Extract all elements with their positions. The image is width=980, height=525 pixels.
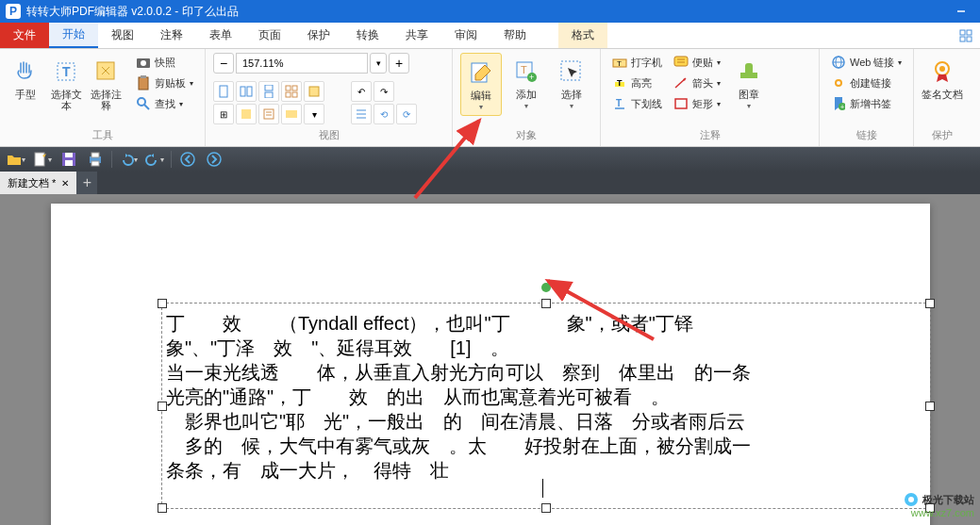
file-menu[interactable]: 文件 <box>0 23 49 48</box>
svg-rect-20 <box>292 86 297 90</box>
select-text-button[interactable]: T 选择文本 <box>48 53 85 111</box>
titlebar: P 转转大师PDF编辑器 v2.0.0.2 - 印了么出品 <box>0 0 980 23</box>
clipboard-button[interactable]: 剪贴板▾ <box>132 74 197 92</box>
resize-handle-n[interactable] <box>541 299 551 308</box>
canvas-area[interactable]: 丁 效 （Tyndall effect），也叫"丁 象"，或者"丁铎 象"、"丁… <box>0 194 980 525</box>
print-button[interactable] <box>85 150 106 169</box>
undo-button[interactable]: ▾ <box>118 150 139 169</box>
svg-rect-24 <box>241 109 251 119</box>
svg-rect-19 <box>286 86 291 90</box>
close-tab-icon[interactable]: ✕ <box>61 178 69 189</box>
underline-button[interactable]: T下划线 <box>608 94 666 113</box>
text-line: 条条，有 成一大片， 得特 壮 <box>166 458 926 483</box>
ribbon: 手型 T 选择文本 选择注释 快照 剪贴板▾ <box>0 49 980 147</box>
view-icon-5[interactable] <box>304 81 324 102</box>
svg-rect-18 <box>265 92 273 98</box>
typewriter-button[interactable]: T打字机 <box>608 53 666 72</box>
document-tab[interactable]: 新建文档 * ✕ <box>0 172 76 194</box>
add-button[interactable]: T+ 添加 ▾ <box>506 53 547 110</box>
menu-format[interactable]: 格式 <box>558 23 607 48</box>
facing-page-icon[interactable] <box>236 81 257 102</box>
find-button[interactable]: 查找▾ <box>132 94 197 113</box>
view-icon-10[interactable]: ▾ <box>304 104 324 124</box>
svg-text:T: T <box>616 98 622 108</box>
list-view-icon[interactable] <box>351 104 372 124</box>
view-icon-7[interactable] <box>236 104 257 124</box>
redo-icon[interactable]: ↷ <box>374 81 394 102</box>
zoom-dropdown[interactable]: ▾ <box>370 53 387 74</box>
menu-view[interactable]: 视图 <box>98 23 147 48</box>
text-cursor <box>542 479 543 498</box>
edit-button[interactable]: 编辑 ▾ <box>460 53 502 116</box>
view-icon-4[interactable] <box>281 81 302 102</box>
view-icon-8[interactable] <box>258 104 279 124</box>
rotate-right-icon[interactable]: ⟳ <box>396 104 417 124</box>
rotate-left-icon[interactable]: ⟲ <box>374 104 394 124</box>
svg-rect-10 <box>139 77 148 90</box>
svg-text:+: + <box>529 73 534 82</box>
resize-handle-s[interactable] <box>541 503 551 513</box>
continuous-icon[interactable] <box>258 81 279 102</box>
zoom-in-button[interactable]: + <box>389 53 409 74</box>
open-button[interactable]: ▾ <box>6 150 26 169</box>
stamp-button[interactable]: 图章 ▾ <box>728 53 770 110</box>
nav-forward-button[interactable] <box>204 150 224 169</box>
svg-rect-21 <box>286 92 291 97</box>
select-annot-button[interactable]: 选择注释 <box>88 53 125 111</box>
resize-handle-e[interactable] <box>925 402 935 411</box>
svg-rect-4 <box>967 37 972 41</box>
menu-convert[interactable]: 转换 <box>343 23 392 48</box>
minimize-button[interactable] <box>948 0 974 23</box>
menu-help[interactable]: 帮助 <box>490 23 540 48</box>
select-button[interactable]: 选择 ▾ <box>551 53 592 110</box>
svg-line-13 <box>144 105 149 109</box>
resize-handle-sw[interactable] <box>158 503 167 513</box>
bookmark-button[interactable]: +新增书签 <box>827 94 905 113</box>
svg-rect-1 <box>960 30 965 35</box>
menu-annotate[interactable]: 注释 <box>147 23 196 48</box>
text-line: 当一束光线透 体，从垂直入射光方向可以 察到 体里出 的一条 <box>166 360 926 385</box>
zoom-input[interactable] <box>236 53 368 74</box>
view-icon-9[interactable] <box>281 104 302 124</box>
text-content[interactable]: 丁 效 （Tyndall effect），也叫"丁 象"，或者"丁铎 象"、"丁… <box>166 311 926 483</box>
sticky-note-button[interactable]: 便贴▾ <box>670 53 724 72</box>
new-tab-button[interactable]: + <box>76 172 97 194</box>
window-title: 转转大师PDF编辑器 v2.0.0.2 - 印了么出品 <box>26 4 239 20</box>
svg-rect-16 <box>247 87 252 96</box>
rect-button[interactable]: 矩形▾ <box>670 94 724 113</box>
text-line: 丁 效 （Tyndall effect），也叫"丁 象"，或者"丁铎 <box>166 311 926 336</box>
app-icon: P <box>6 4 21 19</box>
menu-start[interactable]: 开始 <box>49 23 98 48</box>
zoom-out-button[interactable]: − <box>213 53 234 74</box>
single-page-icon[interactable] <box>213 81 234 102</box>
svg-rect-63 <box>91 153 99 157</box>
svg-point-70 <box>908 497 914 502</box>
view-icon-6[interactable]: ⊞ <box>213 104 234 124</box>
redo-button[interactable]: ▾ <box>144 150 165 169</box>
svg-point-12 <box>138 98 145 106</box>
create-link-button[interactable]: 创建链接 <box>827 74 905 92</box>
nav-back-button[interactable] <box>177 150 198 169</box>
menubar: 文件 开始 视图 注释 表单 页面 保护 转换 共享 审阅 帮助 格式 <box>0 23 980 49</box>
arrow-button[interactable]: 箭头▾ <box>670 74 724 92</box>
quick-toolbar: ▾ ▾ ▾ ▾ <box>0 147 980 172</box>
resize-handle-ne[interactable] <box>925 299 935 308</box>
web-link-button[interactable]: Web 链接▾ <box>827 53 905 72</box>
menu-review[interactable]: 审阅 <box>441 23 490 48</box>
save-button[interactable] <box>58 150 79 169</box>
snapshot-button[interactable]: 快照 <box>132 53 197 72</box>
ribbon-group-tools: 手型 T 选择文本 选择注释 快照 剪贴板▾ <box>0 49 206 146</box>
sign-document-button[interactable]: 签名文档 <box>922 53 963 100</box>
resize-handle-nw[interactable] <box>158 299 167 308</box>
hand-tool-button[interactable]: 手型 <box>8 53 44 100</box>
undo-icon[interactable]: ↶ <box>351 81 372 102</box>
svg-rect-22 <box>292 92 297 97</box>
fullscreen-icon[interactable] <box>959 23 980 48</box>
new-button[interactable]: ▾ <box>32 150 53 169</box>
highlight-button[interactable]: T高亮 <box>608 74 666 92</box>
menu-page[interactable]: 页面 <box>245 23 294 48</box>
menu-form[interactable]: 表单 <box>196 23 245 48</box>
menu-protect[interactable]: 保护 <box>294 23 343 48</box>
rotate-handle[interactable] <box>541 283 551 292</box>
menu-share[interactable]: 共享 <box>392 23 441 48</box>
